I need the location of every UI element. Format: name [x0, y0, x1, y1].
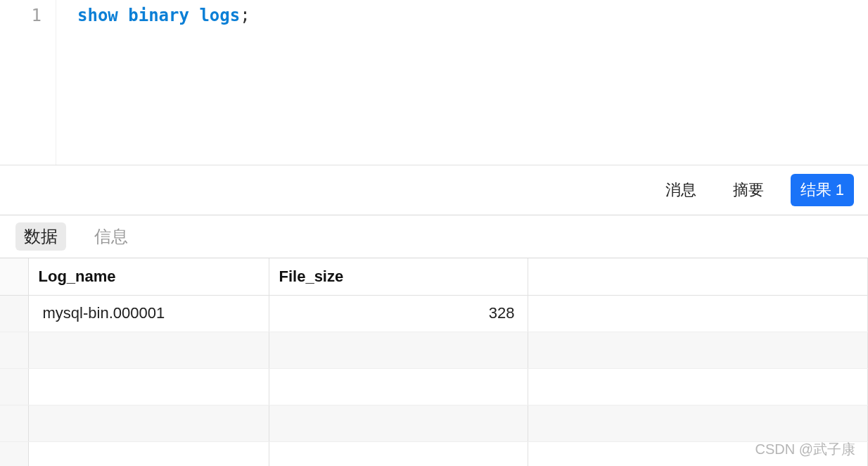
subtab-info[interactable]: 信息: [86, 222, 136, 251]
row-handle: [0, 368, 28, 405]
cell-empty: [28, 332, 269, 368]
cell-empty: [269, 405, 528, 441]
sql-keyword: show binary logs: [77, 6, 240, 25]
cell-empty: [28, 441, 269, 466]
line-gutter: 1: [0, 0, 56, 165]
cell-empty: [28, 405, 269, 441]
row-handle: [0, 405, 28, 441]
cell-empty: [269, 332, 528, 368]
cell-file-size[interactable]: 328: [269, 295, 528, 332]
tab-summary[interactable]: 摘要: [723, 174, 774, 206]
column-header-empty: [528, 258, 868, 295]
cell-empty: [528, 332, 868, 368]
cell-empty: [28, 368, 269, 405]
cell-empty: [528, 405, 868, 441]
table-row[interactable]: mysql-bin.000001 328: [0, 295, 868, 332]
table-row: [0, 441, 868, 466]
column-header-file-size[interactable]: File_size: [269, 258, 528, 295]
cell-log-name[interactable]: mysql-bin.000001: [28, 295, 269, 332]
row-header-handle: [0, 258, 28, 295]
cell-empty: [269, 441, 528, 466]
column-header-log-name[interactable]: Log_name: [28, 258, 269, 295]
table-row: [0, 368, 868, 405]
code-content[interactable]: show binary logs;: [56, 0, 868, 165]
row-handle: [0, 332, 28, 368]
table-row: [0, 332, 868, 368]
line-number: 1: [0, 6, 42, 25]
row-handle: [0, 441, 28, 466]
table-row: [0, 405, 868, 441]
row-handle[interactable]: [0, 295, 28, 332]
tab-result-1[interactable]: 结果 1: [791, 174, 854, 206]
cell-empty: [528, 295, 868, 332]
result-tabs: 消息 摘要 结果 1: [0, 165, 868, 215]
sql-editor[interactable]: 1 show binary logs;: [0, 0, 868, 165]
cell-empty: [528, 368, 868, 405]
tab-messages[interactable]: 消息: [656, 174, 706, 206]
cell-empty: [528, 441, 868, 466]
subtab-data[interactable]: 数据: [15, 222, 66, 251]
sub-tabs: 数据 信息: [0, 215, 868, 258]
sql-punct: ;: [240, 6, 250, 25]
results-table: Log_name File_size mysql-bin.000001 328: [0, 258, 868, 466]
cell-empty: [269, 368, 528, 405]
